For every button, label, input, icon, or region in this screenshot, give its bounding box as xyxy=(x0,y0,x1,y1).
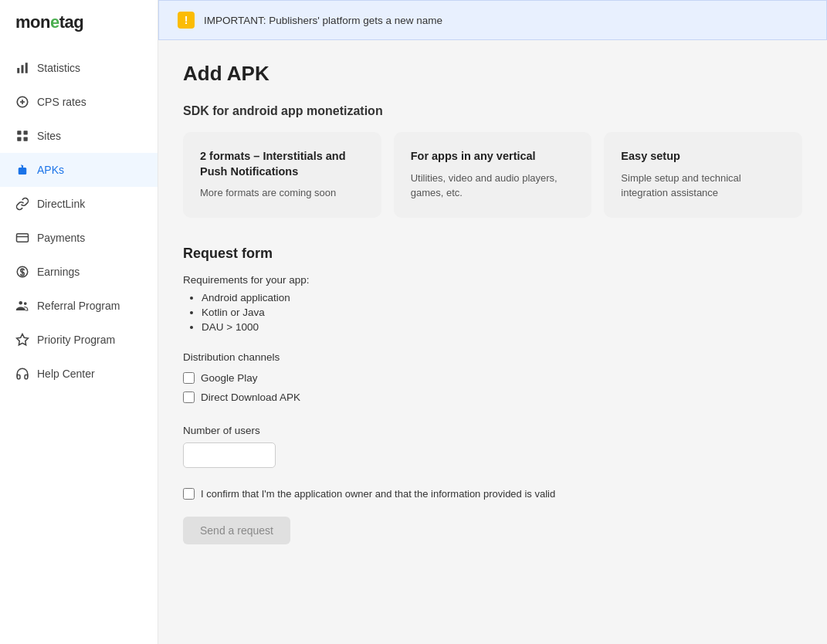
sdk-section-title: SDK for android app monetization xyxy=(183,104,802,118)
feature-card-0-desc: More formats are coming soon xyxy=(200,185,364,201)
bar-chart-icon xyxy=(15,61,29,75)
sidebar-item-referral-program[interactable]: Referral Program xyxy=(0,289,158,323)
sidebar-item-payments-label: Payments xyxy=(37,232,85,244)
google-play-checkbox-label[interactable]: Google Play xyxy=(183,372,802,384)
svg-rect-10 xyxy=(19,168,27,175)
direct-download-label: Direct Download APK xyxy=(201,391,300,403)
svg-rect-12 xyxy=(22,169,24,171)
confirm-row: I confirm that I'm the application owner… xyxy=(183,486,802,502)
grid-icon xyxy=(15,129,29,143)
svg-point-15 xyxy=(21,164,22,166)
logo-e: e xyxy=(50,12,59,32)
requirement-0: Android application xyxy=(202,292,802,303)
sidebar-item-help-center-label: Help Center xyxy=(37,368,95,380)
requirement-1: Kotlin or Java xyxy=(202,307,802,318)
confirm-checkbox[interactable] xyxy=(183,488,195,500)
announcement-banner: ! IMPORTANT: Publishers' platform gets a… xyxy=(158,0,827,40)
feature-card-2-title: Easy setup xyxy=(621,149,785,164)
svg-rect-8 xyxy=(17,137,21,141)
warning-icon: ! xyxy=(178,12,195,29)
feature-card-0-title: 2 formats – Interstitials and Push Notif… xyxy=(200,149,364,179)
sidebar-item-priority-program-label: Priority Program xyxy=(37,334,115,346)
google-play-checkbox[interactable] xyxy=(183,372,195,384)
banner-text: IMPORTANT: Publishers' platform gets a n… xyxy=(204,15,442,26)
distribution-channels-label: Distribution channels xyxy=(183,351,802,363)
svg-marker-22 xyxy=(17,334,29,345)
feature-card-0: 2 formats – Interstitials and Push Notif… xyxy=(183,132,381,218)
sidebar-item-help-center[interactable]: Help Center xyxy=(0,357,158,391)
sidebar-item-priority-program[interactable]: Priority Program xyxy=(0,323,158,357)
sidebar-item-statistics-label: Statistics xyxy=(37,62,80,74)
sidebar-item-payments[interactable]: Payments xyxy=(0,221,158,255)
plus-icon xyxy=(15,95,29,109)
link-icon xyxy=(15,197,29,211)
feature-card-1-title: For apps in any vertical xyxy=(411,149,575,164)
svg-rect-16 xyxy=(17,234,29,242)
number-of-users-label: Number of users xyxy=(183,425,802,436)
logo-text-before: mon xyxy=(15,12,50,32)
google-play-label: Google Play xyxy=(201,372,258,384)
svg-rect-0 xyxy=(17,68,19,73)
sidebar-item-cps-rates-label: CPS rates xyxy=(37,96,86,108)
feature-card-1-desc: Utilities, video and audio players, game… xyxy=(411,171,575,201)
svg-point-20 xyxy=(19,301,23,305)
sidebar: monetag Statistics CPS rates Sites xyxy=(0,0,158,644)
page-title: Add APK xyxy=(183,62,802,86)
svg-rect-13 xyxy=(20,172,24,173)
sidebar-item-earnings-label: Earnings xyxy=(37,266,80,278)
svg-rect-6 xyxy=(17,130,21,134)
sidebar-item-sites-label: Sites xyxy=(37,130,61,142)
feature-cards: 2 formats – Interstitials and Push Notif… xyxy=(183,132,802,218)
dollar-icon xyxy=(15,265,29,279)
confirm-text: I confirm that I'm the application owner… xyxy=(201,486,555,502)
number-of-users-input[interactable] xyxy=(183,442,276,468)
svg-rect-2 xyxy=(25,63,28,73)
requirements-label: Requirements for your app: xyxy=(183,274,802,286)
sidebar-item-directlink-label: DirectLink xyxy=(37,198,85,210)
main-content: ! IMPORTANT: Publishers' platform gets a… xyxy=(158,0,827,644)
payments-icon xyxy=(15,231,29,245)
sidebar-item-referral-program-label: Referral Program xyxy=(37,300,120,312)
sidebar-item-apks[interactable]: APKs xyxy=(0,153,158,187)
sidebar-nav: Statistics CPS rates Sites APKs xyxy=(0,51,158,644)
feature-card-2-desc: Simple setup and technical integration a… xyxy=(621,171,785,201)
feature-card-2: Easy setup Simple setup and technical in… xyxy=(604,132,802,218)
svg-rect-11 xyxy=(21,169,22,171)
request-form-title: Request form xyxy=(183,246,802,262)
direct-download-checkbox[interactable] xyxy=(183,391,195,403)
sidebar-item-statistics[interactable]: Statistics xyxy=(0,51,158,85)
svg-rect-1 xyxy=(22,65,24,73)
send-request-button[interactable]: Send a request xyxy=(183,517,290,544)
people-icon xyxy=(15,299,29,313)
requirements-list: Android application Kotlin or Java DAU >… xyxy=(183,292,802,333)
sidebar-item-cps-rates[interactable]: CPS rates xyxy=(0,85,158,119)
requirement-2: DAU > 1000 xyxy=(202,321,802,333)
sidebar-item-earnings[interactable]: Earnings xyxy=(0,255,158,289)
robot-icon xyxy=(15,163,29,177)
direct-download-checkbox-label[interactable]: Direct Download APK xyxy=(183,391,802,403)
sidebar-item-sites[interactable]: Sites xyxy=(0,119,158,153)
svg-point-21 xyxy=(24,302,27,305)
sidebar-item-apks-label: APKs xyxy=(37,164,64,176)
sidebar-item-directlink[interactable]: DirectLink xyxy=(0,187,158,221)
logo-text-after: tag xyxy=(59,12,84,32)
star-icon xyxy=(15,333,29,347)
headset-icon xyxy=(15,367,29,381)
feature-card-1: For apps in any vertical Utilities, vide… xyxy=(394,132,592,218)
distribution-channels-group: Google Play Direct Download APK xyxy=(183,372,802,403)
svg-rect-7 xyxy=(24,130,28,134)
logo: monetag xyxy=(0,0,158,45)
svg-rect-9 xyxy=(24,137,28,141)
